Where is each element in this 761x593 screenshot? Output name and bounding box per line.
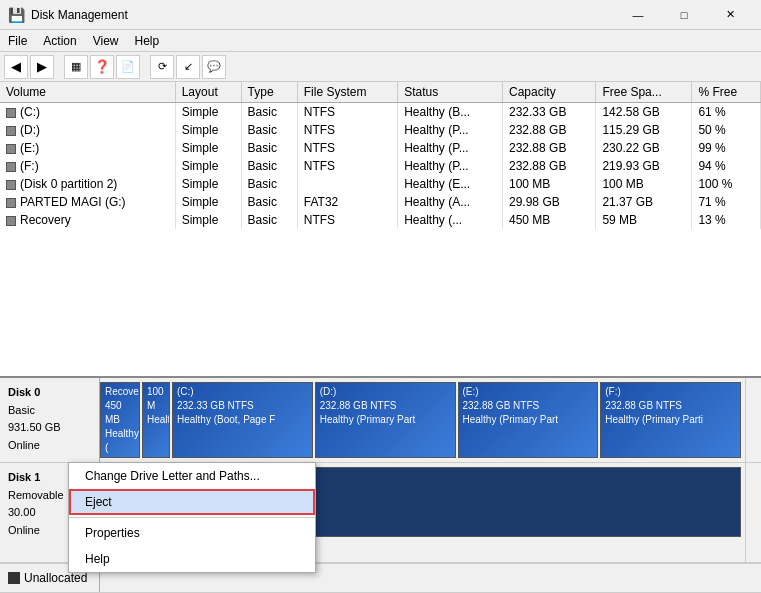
context-menu-change-drive[interactable]: Change Drive Letter and Paths... xyxy=(69,463,315,489)
col-capacity[interactable]: Capacity xyxy=(503,82,596,103)
table-row[interactable]: (D:)SimpleBasicNTFSHealthy (P...232.88 G… xyxy=(0,121,761,139)
partition-100mb[interactable]: 100 M Healt xyxy=(142,382,170,458)
app-icon: 💾 xyxy=(8,7,25,23)
disk-0-row: Disk 0 Basic 931.50 GB Online Recover 45… xyxy=(0,378,761,463)
table-row[interactable]: RecoverySimpleBasicNTFSHealthy (...450 M… xyxy=(0,211,761,229)
context-menu-help[interactable]: Help xyxy=(69,546,315,572)
drive-icon xyxy=(6,126,16,136)
col-volume[interactable]: Volume xyxy=(0,82,175,103)
maximize-button[interactable]: □ xyxy=(661,0,707,30)
menu-action[interactable]: Action xyxy=(35,32,84,50)
menu-file[interactable]: File xyxy=(0,32,35,50)
partition-e[interactable]: (E:) 232.88 GB NTFS Healthy (Primary Par… xyxy=(458,382,599,458)
col-type[interactable]: Type xyxy=(241,82,297,103)
unallocated-icon xyxy=(8,572,20,584)
col-filesystem[interactable]: File System xyxy=(297,82,397,103)
scrollbar-placeholder xyxy=(745,378,761,462)
volumes-table: Volume Layout Type File System Status Ca… xyxy=(0,82,761,229)
toolbar-btn-7[interactable]: ↙ xyxy=(176,55,200,79)
context-menu: Change Drive Letter and Paths... Eject P… xyxy=(68,462,316,573)
menu-help[interactable]: Help xyxy=(127,32,168,50)
disk-0-partitions: Recover 450 MB Healthy ( 100 M Healt (C:… xyxy=(100,378,745,462)
back-button[interactable]: ◀ xyxy=(4,55,28,79)
table-body: (C:)SimpleBasicNTFSHealthy (B...232.33 G… xyxy=(0,103,761,230)
toolbar: ◀ ▶ ▦ ❓ 📄 ⟳ ↙ 💬 xyxy=(0,52,761,82)
drive-icon xyxy=(6,198,16,208)
table-row[interactable]: (C:)SimpleBasicNTFSHealthy (B...232.33 G… xyxy=(0,103,761,122)
window-controls: — □ ✕ xyxy=(615,0,753,30)
drive-icon xyxy=(6,216,16,226)
context-menu-separator xyxy=(69,517,315,518)
toolbar-btn-5[interactable]: 📄 xyxy=(116,55,140,79)
toolbar-btn-6[interactable]: ⟳ xyxy=(150,55,174,79)
toolbar-btn-3[interactable]: ▦ xyxy=(64,55,88,79)
drive-icon xyxy=(6,162,16,172)
table-header-row: Volume Layout Type File System Status Ca… xyxy=(0,82,761,103)
menu-bar: File Action View Help xyxy=(0,30,761,52)
window-title: Disk Management xyxy=(31,8,615,22)
col-layout[interactable]: Layout xyxy=(175,82,241,103)
context-menu-properties[interactable]: Properties xyxy=(69,520,315,546)
menu-view[interactable]: View xyxy=(85,32,127,50)
disk-map-area: Disk 0 Basic 931.50 GB Online Recover 45… xyxy=(0,378,761,593)
forward-button[interactable]: ▶ xyxy=(30,55,54,79)
col-freespace[interactable]: Free Spa... xyxy=(596,82,692,103)
main-content: Volume Layout Type File System Status Ca… xyxy=(0,82,761,593)
table-row[interactable]: (F:)SimpleBasicNTFSHealthy (P...232.88 G… xyxy=(0,157,761,175)
drive-icon xyxy=(6,144,16,154)
table-row[interactable]: (Disk 0 partition 2)SimpleBasicHealthy (… xyxy=(0,175,761,193)
drive-icon xyxy=(6,108,16,118)
volumes-table-area[interactable]: Volume Layout Type File System Status Ca… xyxy=(0,82,761,378)
disk-0-label: Disk 0 Basic 931.50 GB Online xyxy=(0,378,100,462)
partition-f[interactable]: (F:) 232.88 GB NTFS Healthy (Primary Par… xyxy=(600,382,741,458)
col-status[interactable]: Status xyxy=(398,82,503,103)
table-row[interactable]: (E:)SimpleBasicNTFSHealthy (P...232.88 G… xyxy=(0,139,761,157)
help-toolbar-button[interactable]: ❓ xyxy=(90,55,114,79)
col-pctfree[interactable]: % Free xyxy=(692,82,761,103)
partition-recover[interactable]: Recover 450 MB Healthy ( xyxy=(100,382,140,458)
close-button[interactable]: ✕ xyxy=(707,0,753,30)
partition-c[interactable]: (C:) 232.33 GB NTFS Healthy (Boot, Page … xyxy=(172,382,313,458)
scrollbar-placeholder-2 xyxy=(745,463,761,562)
toolbar-btn-8[interactable]: 💬 xyxy=(202,55,226,79)
title-bar: 💾 Disk Management — □ ✕ xyxy=(0,0,761,30)
context-menu-eject[interactable]: Eject xyxy=(69,489,315,515)
minimize-button[interactable]: — xyxy=(615,0,661,30)
drive-icon xyxy=(6,180,16,190)
table-row[interactable]: PARTED MAGI (G:)SimpleBasicFAT32Healthy … xyxy=(0,193,761,211)
partition-d[interactable]: (D:) 232.88 GB NTFS Healthy (Primary Par… xyxy=(315,382,456,458)
